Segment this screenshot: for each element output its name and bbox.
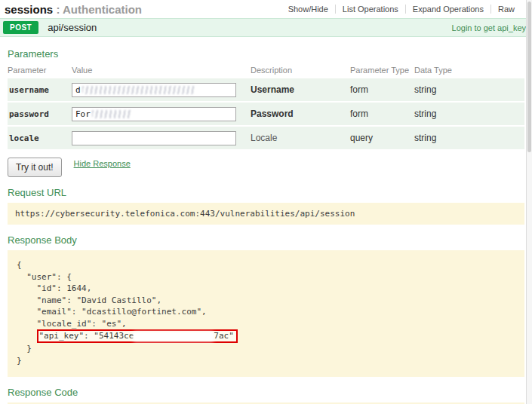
col-data-type: Data Type [414, 66, 524, 75]
json-line: "email": "dcastillo@fortinet.com", [17, 306, 517, 318]
login-api-key-link[interactable]: Login to get api_key [452, 23, 526, 32]
actions-row: Try it out! Hide Response [8, 157, 524, 177]
resource-description: : Authentication [56, 3, 142, 16]
table-row-password: password For Password form string [8, 103, 524, 125]
json-line: "name": "David Castillo", [17, 295, 517, 307]
param-type-username: form [350, 84, 414, 95]
json-line-api-key: "api_key": "54143ce7ac" [17, 329, 517, 343]
param-desc-locale: Locale [251, 133, 350, 143]
parameters-table-header: Parameter Value Description Parameter Ty… [8, 64, 524, 78]
request-url-heading: Request URL [8, 187, 524, 198]
param-type-locale: query [350, 133, 414, 143]
resource-name: sessions [5, 3, 53, 16]
scrollbar-thumb[interactable] [527, 2, 531, 152]
locale-input[interactable] [72, 131, 236, 145]
data-type-locale: string [414, 133, 524, 143]
list-operations-link[interactable]: List Operations [335, 5, 405, 14]
page-header: sessions : Authentication Show/Hide List… [0, 0, 532, 18]
redaction-smudge [82, 86, 195, 94]
password-input[interactable]: For [72, 107, 236, 121]
json-line: "user": { [17, 271, 517, 283]
scrollbar[interactable] [526, 0, 532, 404]
redaction-smudge [92, 110, 131, 118]
param-type-password: form [350, 109, 414, 119]
data-type-username: string [414, 84, 524, 95]
response-body-heading: Response Body [8, 234, 524, 246]
hide-response-link[interactable]: Hide Response [74, 159, 131, 168]
operation-content: Parameters Parameter Value Description P… [0, 48, 532, 404]
operation-bar[interactable]: POST api/session Login to get api_key [0, 18, 532, 37]
col-value: Value [72, 66, 251, 75]
page-title: sessions : Authentication [5, 3, 142, 16]
username-input[interactable]: d [72, 83, 236, 97]
username-value: d [75, 85, 81, 95]
col-parameter-type: Parameter Type [350, 66, 414, 75]
api-key-indent [17, 331, 37, 341]
param-name-username: username [8, 85, 72, 95]
show-hide-link[interactable]: Show/Hide [281, 5, 335, 14]
password-value: For [75, 109, 91, 119]
table-row-username: username d Username form string [8, 78, 524, 101]
response-body-json: { "user": { "id": 1644, "name": "David C… [8, 250, 524, 377]
try-it-out-button[interactable]: Try it out! [8, 158, 62, 177]
header-links: Show/Hide List Operations Expand Operati… [281, 5, 521, 14]
json-line: } [17, 343, 517, 355]
param-name-locale: locale [8, 133, 72, 143]
param-desc-password: Password [251, 109, 350, 119]
json-line: } [17, 355, 517, 367]
col-parameter: Parameter [8, 66, 72, 75]
param-name-password: password [8, 109, 72, 119]
col-description: Description [251, 66, 350, 75]
parameters-heading: Parameters [8, 48, 524, 60]
expand-operations-link[interactable]: Expand Operations [405, 5, 490, 14]
response-code-heading: Response Code [8, 387, 524, 398]
request-url-value: https://cybersecurity.telefonica.com:443… [8, 203, 524, 225]
json-line: "id": 1644, [17, 283, 517, 295]
redaction-smudge [134, 333, 213, 340]
table-row-locale: locale Locale query string [8, 127, 524, 149]
data-type-password: string [414, 109, 524, 119]
json-line: "locale_id": "es", [17, 318, 517, 330]
param-desc-username: Username [251, 84, 350, 95]
raw-link[interactable]: Raw [490, 5, 521, 14]
endpoint-path[interactable]: api/session [48, 22, 97, 33]
api-key-prefix: "api_key": "54143ce [39, 331, 134, 341]
http-method-badge[interactable]: POST [3, 21, 38, 34]
json-line: { [17, 259, 517, 271]
api-key-highlight-box: "api_key": "54143ce7ac" [37, 329, 238, 343]
api-key-suffix: 7ac" [214, 331, 234, 341]
